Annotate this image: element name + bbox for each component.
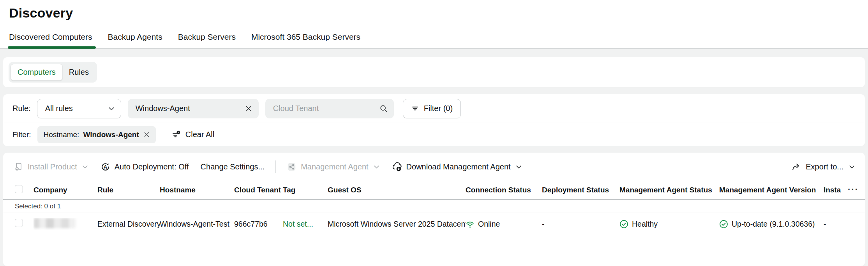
cell-installed-products: - [824,220,841,229]
management-agent-label: Management Agent [301,162,368,171]
chevron-down-icon [108,105,115,113]
cell-rule: External Discovery [97,220,160,229]
clear-all-label: Clear All [185,130,214,139]
filter-icon [411,104,419,113]
auto-deployment-icon: A [101,162,110,172]
hostname-search [128,99,259,118]
clear-search-icon[interactable] [245,105,252,113]
col-guest-os[interactable]: Guest OS [328,186,466,194]
app-header: Discovery Discovered Computers Backup Ag… [0,0,868,49]
install-product-icon [14,162,23,171]
more-columns-button[interactable]: ··· [848,186,859,194]
chevron-down-icon [81,163,89,171]
rule-filter-row: Rule: All rules [3,94,865,123]
col-company[interactable]: Company [34,186,97,194]
cell-management-agent-version: Up-to-date (9.1.0.30636) [732,220,815,229]
col-deployment-status[interactable]: Deployment Status [542,186,619,194]
tab-m365-backup-servers[interactable]: Microsoft 365 Backup Servers [251,32,360,48]
chip-key: Hostname: [44,130,79,139]
toggle-computers[interactable]: Computers [11,64,63,81]
download-management-agent-label: Download Management Agent [406,162,511,171]
toolbar-divider [275,160,276,173]
chip-value: Windows-Agent [83,130,139,139]
export-to-label: Export to... [806,162,843,171]
tab-backup-agents[interactable]: Backup Agents [108,32,162,48]
view-toggle-card: Computers Rules [3,57,865,87]
change-settings-button[interactable]: Change Settings... [201,162,265,171]
cell-hostname: Windows-Agent-Test [160,220,234,229]
cloud-download-icon [392,162,402,172]
filter-button-label: Filter (0) [424,104,453,113]
download-management-agent-button[interactable]: Download Management Agent [392,162,522,172]
chevron-down-icon [373,163,380,171]
tab-bar: Discovered Computers Backup Agents Backu… [9,32,360,48]
tenant-search [265,99,394,118]
cell-cloud-tenant: 966c77b6 [234,220,283,229]
col-installed[interactable]: Installa [824,186,841,194]
cell-management-agent-status: Healthy [632,220,658,229]
auto-deployment-label: Auto Deployment: Off [115,162,189,171]
filter-button[interactable]: Filter (0) [403,99,461,118]
install-product-button[interactable]: Install Product [14,162,89,171]
management-agent-button[interactable]: Management Agent [287,162,380,172]
select-all-checkbox[interactable] [15,185,23,193]
col-hostname[interactable]: Hostname [160,186,234,194]
rule-dropdown[interactable]: All rules [37,99,121,118]
company-redacted [34,218,76,228]
auto-deployment-button[interactable]: A Auto Deployment: Off [101,162,189,172]
tab-discovered-computers[interactable]: Discovered Computers [9,32,92,48]
chevron-down-icon [515,163,522,171]
management-agent-icon [287,162,296,172]
remove-chip-icon[interactable] [143,131,150,138]
col-rule[interactable]: Rule [97,186,160,194]
export-icon [791,162,801,172]
table-row[interactable]: External Discovery Windows-Agent-Test 96… [3,213,865,235]
col-cloud-tenant[interactable]: Cloud Tenant [234,186,283,194]
col-management-agent-status[interactable]: Management Agent Status [619,186,719,194]
toggle-rules[interactable]: Rules [63,64,95,81]
page-title: Discovery [9,5,868,21]
cell-guest-os: Microsoft Windows Server 2025 Datacent..… [328,220,466,229]
up-to-date-check-icon [719,220,728,229]
col-connection-status[interactable]: Connection Status [466,186,542,194]
tag-not-set-link[interactable]: Not set... [283,220,313,228]
clear-all-button[interactable]: Clear All [171,130,214,139]
export-to-button[interactable]: Export to... [791,162,856,172]
discovery-page: Discovery Discovered Computers Backup Ag… [0,0,868,266]
search-icon [379,104,388,113]
results-card: Install Product A Auto Deployment: Off C… [3,153,865,266]
active-filters-label: Filter: [12,130,31,139]
view-toggle: Computers Rules [9,62,97,83]
selected-count: Selected: 0 of 1 [3,200,865,213]
col-tag[interactable]: Tag [283,186,328,194]
cell-connection-status: Online [478,220,500,229]
tenant-search-input[interactable] [273,104,379,113]
wifi-online-icon [466,220,475,229]
svg-text:A: A [103,164,107,170]
col-management-agent-version[interactable]: Management Agent Version [719,186,824,194]
active-filters-row: Filter: Hostname:Windows-Agent Clear All [3,123,865,146]
change-settings-label: Change Settings... [201,162,265,171]
hostname-filter-chip: Hostname:Windows-Agent [37,126,156,143]
install-product-label: Install Product [28,162,77,171]
cell-deployment-status: - [542,220,619,229]
filters-card: Rule: All rules [3,94,865,146]
hostname-search-input[interactable] [136,104,245,113]
table-header-row: Company Rule Hostname Cloud Tenant Tag G… [3,180,865,200]
row-checkbox[interactable] [15,219,23,227]
clear-filters-icon [171,130,181,139]
rule-dropdown-value: All rules [45,104,108,113]
chevron-down-icon [848,163,856,171]
table-toolbar: Install Product A Auto Deployment: Off C… [3,153,865,175]
rule-label: Rule: [12,104,31,113]
healthy-check-icon [619,220,628,229]
tab-backup-servers[interactable]: Backup Servers [178,32,236,48]
